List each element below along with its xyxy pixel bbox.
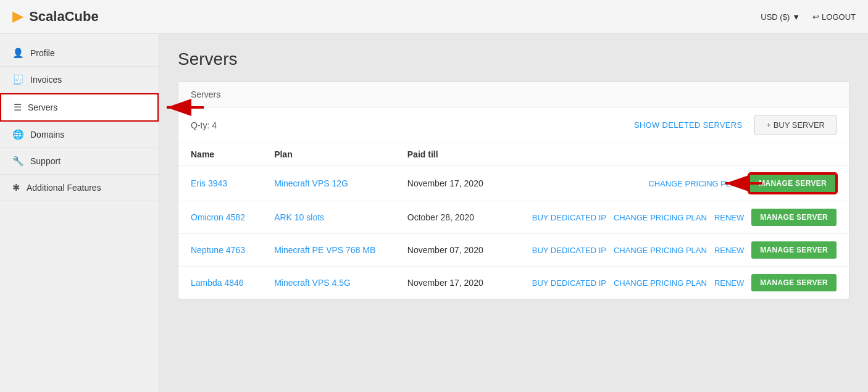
server-paid-till: November 07, 2020 <box>395 234 501 267</box>
servers-table: Name Plan Paid till Eris 3943Minecraft V… <box>178 143 849 299</box>
server-plan-link[interactable]: Minecraft PE VPS 768 MB <box>274 245 375 255</box>
chevron-down-icon: ▼ <box>792 12 800 22</box>
logo-icon: ▶ <box>12 9 23 24</box>
sidebar-item-profile[interactable]: 👤 Profile <box>0 40 159 67</box>
change-pricing-plan-button[interactable]: CHANGE PRICING PLAN <box>614 213 707 222</box>
buy-dedicated-ip-button[interactable]: BUY DEDICATED IP <box>532 213 606 222</box>
action-cell: CHANGE PRICING PLANMANAGE SERVER <box>514 173 837 193</box>
server-name: Omicron 4582 <box>178 201 262 234</box>
sidebar-item-label: Invoices <box>30 75 62 85</box>
server-name: Eris 3943 <box>178 166 262 201</box>
server-name-link[interactable]: Neptune 4763 <box>191 245 245 255</box>
logo-scala: Scala <box>29 9 65 24</box>
domains-icon: 🌐 <box>12 129 24 140</box>
header-right: USD ($) ▼ ↩ LOGOUT <box>761 12 856 22</box>
logo: ▶ ScalaCube <box>12 9 99 25</box>
manage-server-button[interactable]: MANAGE SERVER <box>751 241 837 259</box>
logout-label: LOGOUT <box>822 12 856 22</box>
server-plan: Minecraft PE VPS 768 MB <box>262 234 395 267</box>
sidebar-item-invoices[interactable]: 🧾 Invoices <box>0 67 159 93</box>
logout-button[interactable]: ↩ LOGOUT <box>812 12 856 22</box>
sidebar-item-label: Profile <box>30 48 55 58</box>
buy-dedicated-ip-button[interactable]: BUY DEDICATED IP <box>532 246 606 255</box>
layout: 👤 Profile 🧾 Invoices ☰ Servers 🌐 Domain <box>0 34 868 392</box>
quantity-label: Q-ty: 4 <box>191 120 622 130</box>
manage-server-button[interactable]: MANAGE SERVER <box>751 274 837 291</box>
page-title: Servers <box>178 49 849 69</box>
server-plan: ARK 10 slots <box>262 201 395 234</box>
sidebar-item-label: Servers <box>28 102 57 112</box>
server-plan-link[interactable]: Minecraft VPS 12G <box>274 178 348 188</box>
additional-features-icon: ✱ <box>12 182 20 193</box>
server-name-link[interactable]: Omicron 4582 <box>191 212 245 222</box>
sidebar-item-support[interactable]: 🔧 Support <box>0 148 159 175</box>
support-icon: 🔧 <box>12 156 24 167</box>
server-name-link[interactable]: Eris 3943 <box>191 178 227 188</box>
servers-icon: ☰ <box>14 102 22 113</box>
col-actions <box>501 143 849 166</box>
server-paid-till: November 17, 2020 <box>395 166 501 201</box>
buy-server-button[interactable]: + BUY SERVER <box>754 115 837 135</box>
server-name: Lambda 4846 <box>178 267 262 299</box>
logo-cube: Cube <box>65 9 99 24</box>
col-plan: Plan <box>262 143 395 166</box>
action-cell: BUY DEDICATED IPCHANGE PRICING PLANRENEW… <box>514 209 837 226</box>
sidebar-item-label: Additional Features <box>27 183 101 193</box>
change-pricing-plan-button[interactable]: CHANGE PRICING PLAN <box>614 246 707 255</box>
servers-card: Servers Q-ty: 4 SHOW DELETED SERVERS + B… <box>178 81 849 299</box>
manage-server-wrapper: MANAGE SERVER <box>751 274 837 291</box>
server-paid-till: October 28, 2020 <box>395 201 501 234</box>
server-name: Neptune 4763 <box>178 234 262 267</box>
manage-server-button[interactable]: MANAGE SERVER <box>751 209 837 226</box>
server-plan-link[interactable]: Minecraft VPS 4.5G <box>274 278 351 288</box>
table-row: Neptune 4763Minecraft PE VPS 768 MBNovem… <box>178 234 849 267</box>
sidebar-item-label: Domains <box>30 130 64 140</box>
change-pricing-plan-button[interactable]: CHANGE PRICING PLAN <box>614 278 707 288</box>
currency-label: USD ($) <box>761 12 790 22</box>
server-actions: BUY DEDICATED IPCHANGE PRICING PLANRENEW… <box>501 201 849 234</box>
renew-button[interactable]: RENEW <box>714 246 744 255</box>
server-plan: Minecraft VPS 4.5G <box>262 267 395 299</box>
table-row: Lambda 4846Minecraft VPS 4.5GNovember 17… <box>178 267 849 299</box>
server-plan: Minecraft VPS 12G <box>262 166 395 201</box>
sidebar-item-additional-features[interactable]: ✱ Additional Features <box>0 175 159 201</box>
card-header: Servers <box>178 82 849 107</box>
servers-toolbar: Q-ty: 4 SHOW DELETED SERVERS + BUY SERVE… <box>178 107 849 143</box>
header: ▶ ScalaCube USD ($) ▼ ↩ LOGOUT <box>0 0 868 34</box>
server-name-link[interactable]: Lambda 4846 <box>191 278 244 288</box>
sidebar: 👤 Profile 🧾 Invoices ☰ Servers 🌐 Domain <box>0 34 159 392</box>
table-row: Omicron 4582ARK 10 slotsOctober 28, 2020… <box>178 201 849 234</box>
currency-selector[interactable]: USD ($) ▼ <box>761 12 800 22</box>
invoices-icon: 🧾 <box>12 74 24 85</box>
sidebar-item-label: Support <box>30 156 61 166</box>
manage-server-wrapper: MANAGE SERVER <box>751 241 837 259</box>
server-plan-link[interactable]: ARK 10 slots <box>274 212 324 222</box>
renew-button[interactable]: RENEW <box>714 278 744 288</box>
server-actions: CHANGE PRICING PLANMANAGE SERVER <box>501 166 849 201</box>
logout-icon: ↩ <box>812 12 819 22</box>
sidebar-item-domains[interactable]: 🌐 Domains <box>0 122 159 148</box>
manage-server-wrapper: MANAGE SERVER <box>751 209 837 226</box>
col-paid-till: Paid till <box>395 143 501 166</box>
sidebar-item-servers[interactable]: ☰ Servers <box>0 93 159 122</box>
buy-dedicated-ip-button[interactable]: BUY DEDICATED IP <box>532 278 606 288</box>
col-name: Name <box>178 143 262 166</box>
server-actions: BUY DEDICATED IPCHANGE PRICING PLANRENEW… <box>501 267 849 299</box>
sidebar-arrow-annotation <box>161 95 207 120</box>
renew-button[interactable]: RENEW <box>714 213 744 222</box>
action-cell: BUY DEDICATED IPCHANGE PRICING PLANRENEW… <box>514 241 837 259</box>
main-content: Servers Servers Q-ty: 4 SHOW DELETED SER… <box>159 34 868 392</box>
manage-arrow-annotation <box>719 171 766 196</box>
action-cell: BUY DEDICATED IPCHANGE PRICING PLANRENEW… <box>514 274 837 291</box>
show-deleted-servers-button[interactable]: SHOW DELETED SERVERS <box>634 120 743 130</box>
manage-server-wrapper: MANAGE SERVER <box>749 173 837 193</box>
profile-icon: 👤 <box>12 48 24 59</box>
server-paid-till: November 17, 2020 <box>395 267 501 299</box>
table-row: Eris 3943Minecraft VPS 12GNovember 17, 2… <box>178 166 849 201</box>
server-actions: BUY DEDICATED IPCHANGE PRICING PLANRENEW… <box>501 234 849 267</box>
